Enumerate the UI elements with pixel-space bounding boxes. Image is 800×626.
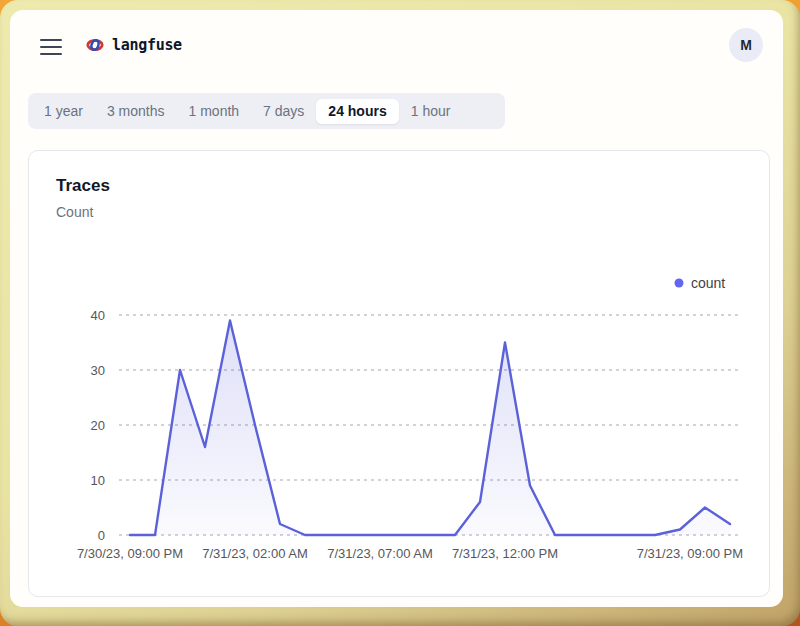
- x-tick-label: 7/31/23, 07:00 AM: [327, 546, 433, 561]
- legend-dot-icon: [675, 279, 684, 288]
- y-tick-label: 10: [91, 473, 105, 488]
- x-tick-label: 7/30/23, 09:00 PM: [77, 546, 183, 561]
- x-tick-label: 7/31/23, 02:00 AM: [202, 546, 308, 561]
- area-fill: [130, 321, 730, 536]
- hamburger-menu-icon[interactable]: [40, 39, 62, 55]
- traces-area-chart: 0102030407/30/23, 09:00 PM7/31/23, 02:00…: [29, 151, 769, 596]
- app-window: langfuse M 1 year 3 months 1 month 7 day…: [10, 10, 783, 607]
- x-tick-label: 7/31/23, 09:00 PM: [637, 546, 743, 561]
- tab-1-hour[interactable]: 1 hour: [399, 99, 463, 124]
- avatar-initial: M: [740, 37, 752, 53]
- tab-1-year[interactable]: 1 year: [32, 99, 95, 124]
- tab-3-months[interactable]: 3 months: [95, 99, 177, 124]
- legend-item-count[interactable]: count: [675, 275, 726, 291]
- brand-logo[interactable]: langfuse: [86, 34, 182, 56]
- hamburger-bar: [40, 46, 62, 48]
- legend-label: count: [691, 275, 725, 291]
- x-tick-label: 7/31/23, 12:00 PM: [452, 546, 558, 561]
- traces-card: Traces Count 0102030407/30/23, 09:00 PM7…: [28, 150, 770, 597]
- y-tick-label: 40: [91, 308, 105, 323]
- y-tick-label: 20: [91, 418, 105, 433]
- user-avatar[interactable]: M: [729, 28, 763, 62]
- knot-logo-icon: [86, 38, 104, 52]
- tab-7-days[interactable]: 7 days: [251, 99, 316, 124]
- y-tick-label: 30: [91, 363, 105, 378]
- tab-24-hours[interactable]: 24 hours: [316, 99, 398, 124]
- brand-name: langfuse: [112, 36, 182, 54]
- y-tick-label: 0: [98, 528, 105, 543]
- time-range-tabs: 1 year 3 months 1 month 7 days 24 hours …: [28, 93, 505, 129]
- tab-1-month[interactable]: 1 month: [177, 99, 252, 124]
- gradient-frame: langfuse M 1 year 3 months 1 month 7 day…: [0, 0, 800, 626]
- hamburger-bar: [40, 53, 62, 55]
- hamburger-bar: [40, 39, 62, 41]
